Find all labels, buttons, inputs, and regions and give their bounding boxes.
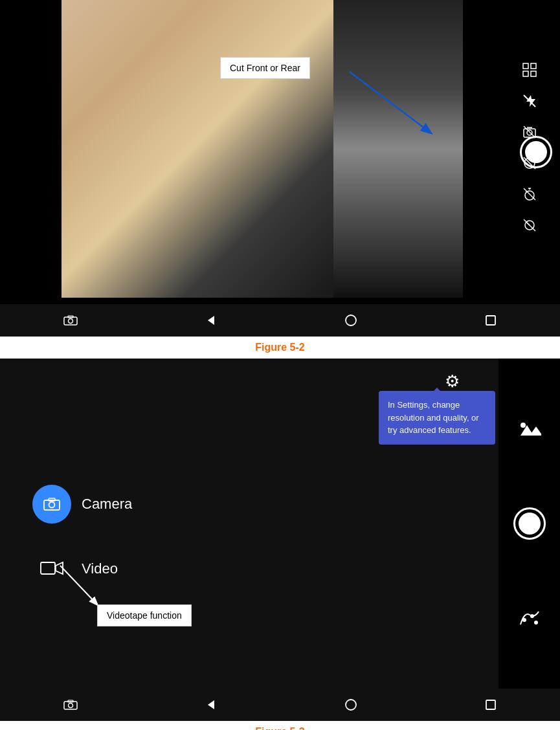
no-filter-icon[interactable] <box>518 214 541 237</box>
recents-icon-53[interactable] <box>485 699 497 711</box>
svg-rect-2 <box>531 63 536 69</box>
home-icon-53[interactable] <box>344 698 357 711</box>
camera-mode-icon <box>32 485 71 524</box>
grid-icon[interactable] <box>518 58 541 82</box>
svg-marker-18 <box>208 316 214 325</box>
svg-point-31 <box>530 614 534 618</box>
svg-point-35 <box>69 703 73 708</box>
effects-icon[interactable] <box>518 606 541 630</box>
video-mode-icon <box>32 549 71 588</box>
nav-bar-52 <box>0 304 560 337</box>
svg-marker-25 <box>56 562 63 574</box>
svg-rect-22 <box>49 498 55 501</box>
svg-rect-1 <box>523 63 528 69</box>
capture-button-53[interactable] <box>513 507 546 540</box>
svg-point-32 <box>534 621 538 625</box>
callout-cut-front-rear: Cut Front or Rear <box>220 57 310 79</box>
figure-53-caption: Figure 5-3 <box>0 721 560 730</box>
video-mode-label: Video <box>82 560 118 577</box>
svg-rect-4 <box>531 71 536 76</box>
camera-nav-icon-53[interactable] <box>63 700 78 710</box>
svg-marker-36 <box>208 700 214 709</box>
right-sidebar-53 <box>498 359 560 689</box>
viewfinder-52 <box>62 0 463 298</box>
landscape-icon[interactable] <box>518 417 541 441</box>
svg-rect-20 <box>486 316 495 325</box>
svg-point-37 <box>346 700 356 710</box>
svg-point-19 <box>346 315 356 326</box>
svg-rect-24 <box>41 562 55 574</box>
camera-mode-label: Camera <box>82 496 132 513</box>
figure-52-block: Cut Front or Rear <box>0 0 560 337</box>
svg-point-17 <box>69 319 73 324</box>
camera-mode-item[interactable]: Camera <box>32 485 132 524</box>
back-icon[interactable] <box>205 315 217 326</box>
settings-gear-icon[interactable]: ⚙ <box>445 371 460 392</box>
camera-screen-52: Cut Front or Rear <box>0 0 560 304</box>
video-mode-item[interactable]: Video <box>32 549 118 588</box>
recents-icon[interactable] <box>485 315 497 326</box>
nav-bar-53 <box>0 689 560 721</box>
camera-screen-53: ⚙ In Settings, change resolution and qua… <box>0 359 560 689</box>
svg-marker-28 <box>530 426 541 436</box>
svg-point-30 <box>522 618 526 622</box>
capture-button-52[interactable] <box>520 136 552 168</box>
back-icon-53[interactable] <box>205 699 217 711</box>
svg-point-23 <box>49 502 55 508</box>
figure-53-block: ⚙ In Settings, change resolution and qua… <box>0 359 560 721</box>
videotape-callout: Videotape function <box>97 604 192 626</box>
flash-off-icon[interactable] <box>518 89 541 113</box>
svg-rect-3 <box>523 71 528 76</box>
home-icon[interactable] <box>344 314 357 327</box>
camera-nav-icon[interactable] <box>63 315 78 326</box>
timer-off-icon[interactable] <box>518 182 541 206</box>
settings-tooltip: In Settings, change resolution and quali… <box>379 391 495 445</box>
figure-52-caption: Figure 5-2 <box>0 337 560 359</box>
svg-point-29 <box>521 423 526 428</box>
svg-rect-38 <box>486 700 495 709</box>
